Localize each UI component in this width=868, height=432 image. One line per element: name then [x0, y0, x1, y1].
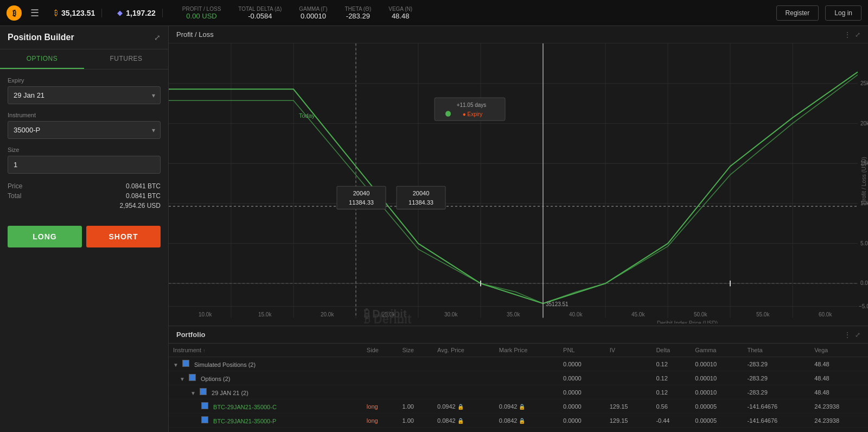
item-vega: 24.23938 [810, 399, 868, 414]
group-pnl: 0.0000 [559, 357, 605, 371]
item-theta: -141.64676 [743, 414, 810, 428]
group-vega: 48.48 [810, 371, 868, 385]
main-layout: Position Builder ⤢ OPTIONS FUTURES Expir… [0, 26, 868, 432]
login-button[interactable]: Log in [825, 5, 861, 21]
expiry-select[interactable]: 29 Jan 21 [8, 86, 161, 104]
expand-arrow[interactable]: ▼ [180, 376, 185, 382]
vega-value: 48.48 [392, 12, 410, 20]
svg-text:35.0k: 35.0k [507, 312, 520, 317]
instrument-field: Instrument 35000-P [8, 112, 161, 139]
delta-label: TOTAL DELTA (Δ) [238, 6, 282, 12]
svg-text:40.0k: 40.0k [569, 312, 583, 317]
item-checkbox[interactable] [201, 416, 208, 423]
svg-text:35123.51: 35123.51 [546, 301, 569, 307]
instrument-select[interactable]: 35000-P [8, 121, 161, 139]
total-label: Total [8, 192, 21, 200]
chart-expand-icon[interactable]: ⤢ [855, 31, 860, 39]
profit-loss-value: 0.00 USD [186, 12, 216, 20]
tabs: OPTIONS FUTURES [0, 49, 168, 69]
svg-text:11384.33: 11384.33 [349, 199, 374, 206]
svg-text:20040: 20040 [353, 190, 370, 196]
svg-text:15.0k: 15.0k [258, 312, 272, 317]
theta-metric: THETA (Θ) -283.29 [345, 6, 372, 20]
svg-text:BETA: BETA [394, 322, 407, 323]
table-row: ▼ Options (2) 0.0000 0.12 0.00010 -283.2… [169, 371, 868, 385]
group-label: Options (2) [201, 376, 230, 382]
size-field: Size [8, 147, 161, 174]
portfolio-table-container: Instrument ↑ Side Size Avg. Price Mark P… [169, 344, 868, 432]
svg-text:₿ Deribit: ₿ Deribit [364, 307, 407, 320]
svg-text:30.0k: 30.0k [444, 312, 458, 317]
long-button[interactable]: LONG [8, 226, 82, 247]
portfolio-expand-icon[interactable]: ⤢ [855, 331, 860, 339]
top-navigation: ₿ ☰ ₿ 35,123.51 ◆ 1,197.22 PROFIT / LOSS… [0, 0, 868, 26]
item-vega: 24.23938 [810, 414, 868, 428]
portfolio-header: Portfolio ⋮ ⤢ [169, 326, 868, 344]
group-pnl: 0.0000 [559, 385, 605, 399]
group-checkbox[interactable] [200, 388, 207, 395]
svg-text:Profit / Loss (USD): Profit / Loss (USD) [861, 157, 867, 205]
group-pnl: 0.0000 [559, 371, 605, 385]
item-avg-price: 0.0942 🔒 [433, 399, 495, 414]
item-iv: 129.15 [605, 399, 652, 414]
item-checkbox[interactable] [201, 402, 208, 409]
gamma-label: GAMMA (Γ) [299, 6, 327, 12]
chart-title: Profit / Loss [176, 30, 214, 39]
group-cell: ▼ Simulated Positions (2) [169, 357, 559, 371]
delta-value: -0.0584 [248, 12, 272, 20]
item-instrument: BTC-29JAN21-35000-P [169, 414, 362, 428]
svg-text:11384.33: 11384.33 [409, 199, 433, 206]
col-avg-price: Avg. Price [433, 344, 495, 357]
hamburger-menu[interactable]: ☰ [30, 7, 39, 19]
instrument-link[interactable]: BTC-29JAN21-35000-C [213, 404, 277, 410]
vega-metric: VEGA (N) 48.48 [388, 6, 412, 20]
portfolio-menu-icon[interactable]: ⋮ [844, 331, 851, 339]
group-checkbox[interactable] [182, 360, 189, 367]
eth-price-display: ◆ 1,197.22 [111, 9, 163, 17]
portfolio-table: Instrument ↑ Side Size Avg. Price Mark P… [169, 344, 868, 428]
vega-label: VEGA (N) [388, 6, 412, 12]
col-gamma: Gamma [691, 344, 743, 357]
profit-loss-metric: PROFIT / LOSS 0.00 USD [182, 6, 221, 20]
group-checkbox[interactable] [189, 374, 196, 381]
instrument-link[interactable]: BTC-29JAN21-35000-P [213, 418, 276, 424]
group-theta: -283.29 [743, 357, 810, 371]
panel-header: Position Builder ⤢ [0, 26, 168, 49]
tab-options[interactable]: OPTIONS [0, 49, 84, 69]
short-button[interactable]: SHORT [86, 226, 161, 247]
tab-futures[interactable]: FUTURES [84, 49, 168, 69]
size-input[interactable] [8, 156, 161, 174]
gamma-metric: GAMMA (Γ) 0.00010 [299, 6, 327, 20]
col-side: Side [362, 344, 398, 357]
item-theta: -141.64676 [743, 399, 810, 414]
delta-metric: TOTAL DELTA (Δ) -0.0584 [238, 6, 282, 20]
register-button[interactable]: Register [776, 5, 819, 21]
price-label: Price [8, 182, 22, 190]
expiry-field: Expiry 29 Jan 21 [8, 77, 161, 104]
group-theta: -283.29 [743, 385, 810, 399]
group-iv [605, 357, 652, 371]
svg-text:20.0k: 20.0k [321, 312, 334, 317]
group-vega: 48.48 [810, 385, 868, 399]
col-delta: Delta [652, 344, 691, 357]
svg-text:+11.05 days: +11.05 days [457, 102, 487, 108]
chart-svg-container: 20040 11384.33 20040 11384.33 +11.05 day… [169, 43, 868, 323]
expand-arrow[interactable]: ▼ [190, 390, 196, 396]
item-pnl: 0.0000 [559, 414, 605, 428]
item-side: long [362, 399, 398, 414]
item-instrument: BTC-29JAN21-35000-C [169, 399, 362, 414]
lock-icon: 🔒 [457, 404, 464, 410]
svg-text:60.0k: 60.0k [819, 312, 832, 317]
svg-text:0.0: 0.0 [860, 280, 868, 286]
item-delta: -0.44 [652, 414, 691, 428]
expand-arrow[interactable]: ▼ [173, 362, 178, 368]
chart-icons: ⋮ ⤢ [844, 31, 860, 39]
chart-menu-icon[interactable]: ⋮ [844, 31, 851, 39]
group-delta: 0.12 [652, 371, 691, 385]
nav-auth: Register Log in [776, 5, 861, 21]
total-btc-value: 0.0841 BTC [126, 192, 161, 200]
group-iv [605, 385, 652, 399]
expand-icon[interactable]: ⤢ [154, 33, 161, 42]
group-theta: -283.29 [743, 371, 810, 385]
svg-point-32 [445, 111, 451, 117]
